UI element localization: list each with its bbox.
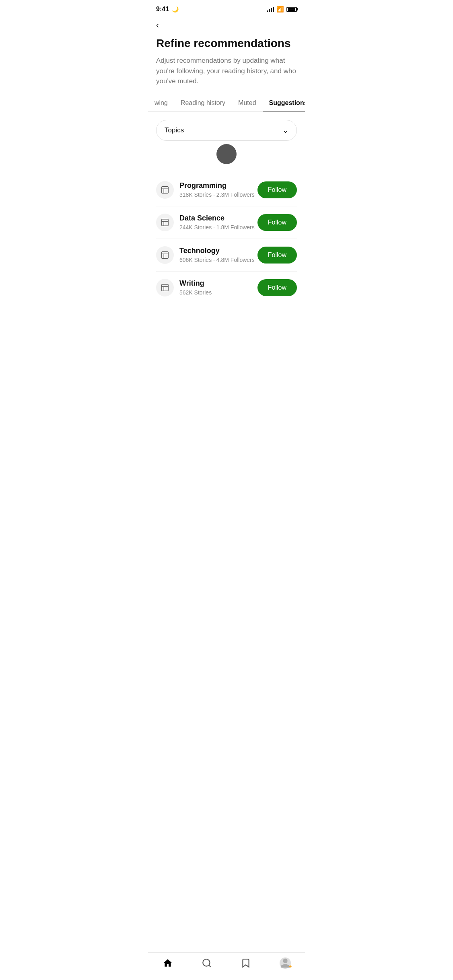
svg-rect-6 <box>162 251 169 258</box>
tab-muted[interactable]: Muted <box>232 95 262 111</box>
signal-icon <box>267 6 274 12</box>
page-title: Refine recommendations <box>156 37 297 50</box>
page-header: Refine recommendations Adjust recommenda… <box>148 31 305 95</box>
topic-name: Data Science <box>179 214 257 222</box>
topic-icon-writing <box>156 279 174 296</box>
svg-rect-9 <box>162 284 169 291</box>
topic-meta: 562K Stories <box>179 289 257 296</box>
svg-rect-3 <box>162 219 169 226</box>
topic-icon-data-science <box>156 214 174 231</box>
status-icons: 📶 <box>267 6 297 13</box>
wifi-icon: 📶 <box>276 6 284 13</box>
drag-handle <box>216 144 237 164</box>
topic-info-data-science: Data Science 244K Stories · 1.8M Followe… <box>179 214 257 231</box>
topic-item: Programming 318K Stories · 2.3M Follower… <box>156 174 297 206</box>
follow-button-technology[interactable]: Follow <box>257 247 297 264</box>
topic-icon-programming <box>156 181 174 199</box>
topics-dropdown[interactable]: Topics ⌄ <box>156 120 297 141</box>
tab-reading-history[interactable]: Reading history <box>174 95 232 111</box>
topic-item: Technology 606K Stories · 4.8M Followers… <box>156 239 297 272</box>
topic-item: Writing 562K Stories Follow <box>156 272 297 304</box>
tab-bar: wing Reading history Muted Suggestions <box>148 95 305 112</box>
topic-meta: 606K Stories · 4.8M Followers <box>179 257 257 263</box>
topic-info-technology: Technology 606K Stories · 4.8M Followers <box>179 247 257 263</box>
follow-button-writing[interactable]: Follow <box>257 279 297 296</box>
chevron-down-icon: ⌄ <box>282 126 288 135</box>
page-subtitle: Adjust recommendations by updating what … <box>156 56 297 86</box>
dropdown-label: Topics <box>165 126 184 134</box>
topic-name: Writing <box>179 279 257 288</box>
topic-icon-technology <box>156 246 174 264</box>
status-time: 9:41 🌙 <box>156 6 179 13</box>
topic-name: Programming <box>179 181 257 190</box>
content-area: Topics ⌄ Programming 318K Stories · 2.3M… <box>148 112 305 304</box>
topic-info-programming: Programming 318K Stories · 2.3M Follower… <box>179 181 257 198</box>
status-bar: 9:41 🌙 📶 <box>148 0 305 16</box>
battery-icon <box>286 7 297 12</box>
tab-suggestions[interactable]: Suggestions <box>263 95 305 111</box>
topic-item: Data Science 244K Stories · 1.8M Followe… <box>156 206 297 239</box>
follow-button-programming[interactable]: Follow <box>257 181 297 198</box>
back-button[interactable]: ‹ <box>148 16 305 31</box>
follow-button-data-science[interactable]: Follow <box>257 214 297 231</box>
topic-meta: 318K Stories · 2.3M Followers <box>179 191 257 198</box>
svg-rect-0 <box>162 186 169 193</box>
topic-info-writing: Writing 562K Stories <box>179 279 257 296</box>
topic-meta: 244K Stories · 1.8M Followers <box>179 224 257 231</box>
topic-list: Programming 318K Stories · 2.3M Follower… <box>156 174 297 304</box>
tab-following[interactable]: wing <box>148 95 174 111</box>
moon-icon: 🌙 <box>172 6 179 12</box>
topic-name: Technology <box>179 247 257 255</box>
